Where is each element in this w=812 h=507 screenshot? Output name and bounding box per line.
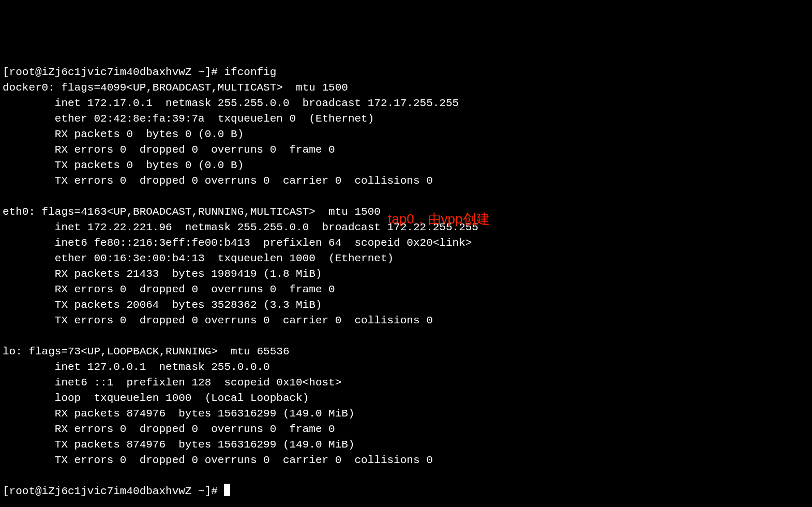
- iface-lo-loop: loop txqueuelen 1000 (Local Loopback): [3, 392, 309, 404]
- terminal-output: [root@iZj6c1jvic7im40dbaxhvwZ ~]# ifconf…: [3, 66, 478, 497]
- iface-lo-rx-errors: RX errors 0 dropped 0 overruns 0 frame 0: [3, 423, 335, 435]
- iface-docker0-ether: ether 02:42:8e:fa:39:7a txqueuelen 0 (Et…: [3, 113, 374, 125]
- shell-prompt[interactable]: [root@iZj6c1jvic7im40dbaxhvwZ ~]#: [3, 485, 224, 497]
- iface-eth0-rx-errors: RX errors 0 dropped 0 overruns 0 frame 0: [3, 284, 335, 295]
- command-text: ifconfig: [224, 66, 276, 78]
- iface-lo-tx-errors: TX errors 0 dropped 0 overruns 0 carrier…: [3, 454, 433, 466]
- iface-eth0-tx-packets: TX packets 20064 bytes 3528362 (3.3 MiB): [3, 299, 322, 311]
- iface-eth0-inet6: inet6 fe80::216:3eff:fe00:b413 prefixlen…: [3, 237, 472, 249]
- iface-eth0-ether: ether 00:16:3e:00:b4:13 txqueuelen 1000 …: [3, 252, 394, 264]
- iface-lo-rx-packets: RX packets 874976 bytes 156316299 (149.0…: [3, 408, 355, 420]
- iface-docker0-flags: docker0: flags=4099<UP,BROADCAST,MULTICA…: [3, 82, 348, 94]
- iface-docker0-rx-errors: RX errors 0 dropped 0 overruns 0 frame 0: [3, 144, 335, 156]
- iface-lo-inet: inet 127.0.0.1 netmask 255.0.0.0: [3, 361, 270, 373]
- iface-lo-tx-packets: TX packets 874976 bytes 156316299 (149.0…: [3, 439, 355, 451]
- iface-lo-flags: lo: flags=73<UP,LOOPBACK,RUNNING> mtu 65…: [3, 346, 290, 357]
- iface-eth0-rx-packets: RX packets 21433 bytes 1989419 (1.8 MiB): [3, 268, 322, 280]
- iface-lo-inet6: inet6 ::1 prefixlen 128 scopeid 0x10<hos…: [3, 377, 341, 389]
- iface-docker0-inet: inet 172.17.0.1 netmask 255.255.0.0 broa…: [3, 97, 459, 109]
- cursor-icon: [224, 484, 230, 496]
- iface-eth0-flags: eth0: flags=4163<UP,BROADCAST,RUNNING,MU…: [3, 206, 381, 218]
- shell-prompt: [root@iZj6c1jvic7im40dbaxhvwZ ~]#: [3, 66, 224, 78]
- iface-docker0-tx-packets: TX packets 0 bytes 0 (0.0 B): [3, 159, 244, 171]
- iface-docker0-rx-packets: RX packets 0 bytes 0 (0.0 B): [3, 128, 244, 140]
- iface-docker0-tx-errors: TX errors 0 dropped 0 overruns 0 carrier…: [3, 175, 433, 187]
- annotation-text: tap0，由vpp创建: [388, 210, 490, 229]
- iface-eth0-tx-errors: TX errors 0 dropped 0 overruns 0 carrier…: [3, 315, 433, 326]
